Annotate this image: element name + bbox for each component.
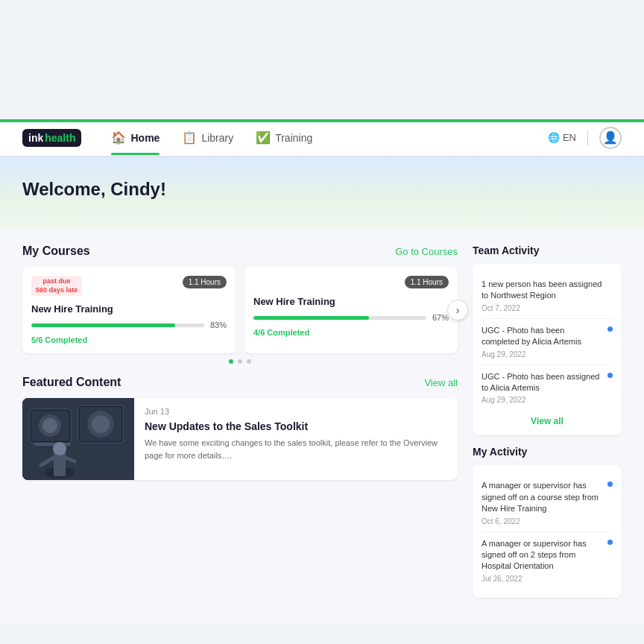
top-spacer <box>0 0 644 119</box>
team-activity-dot-2 <box>607 326 613 332</box>
featured-section-header: Featured Content View all <box>22 376 458 389</box>
nav-item-home[interactable]: 🏠 Home <box>111 120 160 155</box>
lang-label: EN <box>563 132 576 143</box>
hero-greeting: Welcome, Cindy! <box>22 179 622 200</box>
nav-library-label: Library <box>201 132 233 144</box>
dot-1[interactable] <box>229 359 233 364</box>
svg-point-9 <box>92 415 110 433</box>
library-icon: 📋 <box>182 130 197 145</box>
navbar: ink health 🏠 Home 📋 Library ✅ Training 🌐… <box>0 119 644 157</box>
right-column: Team Activity 1 new person has been assi… <box>473 244 622 608</box>
progress-bar-bg-2 <box>253 316 426 320</box>
user-profile-icon[interactable]: 👤 <box>599 127 622 149</box>
featured-description: We have some exciting changes to the sal… <box>145 437 447 461</box>
courses-row: past due 560 days late 1.1 Hours New Hir… <box>22 267 458 353</box>
nav-items: 🏠 Home 📋 Library ✅ Training <box>111 120 547 155</box>
team-activity-item-1: 1 new person has been assigned to Northw… <box>482 273 613 319</box>
featured-image-svg <box>22 398 134 480</box>
team-activity-text-3: UGC - Photo has been assigned to Alicia … <box>482 371 613 394</box>
completed-text-2: 4/6 Completed <box>253 328 449 337</box>
my-activity-date-2: Jul 26, 2022 <box>482 575 613 583</box>
course-title-1: New Hire Training <box>31 303 227 315</box>
svg-point-12 <box>53 442 66 455</box>
team-activity-text-2: UGC - Photo has been completed by Alicia… <box>482 325 613 348</box>
svg-point-4 <box>42 418 57 433</box>
lang-selector[interactable]: 🌐 EN <box>548 132 576 143</box>
my-activity-text-1: A manager or supervisor has signed off o… <box>482 480 613 514</box>
my-activity-dot-2 <box>607 540 613 545</box>
logo-ink: ink <box>28 132 43 144</box>
team-activity-card: 1 new person has been assigned to Northw… <box>473 264 622 435</box>
logo-box: ink health <box>22 129 81 147</box>
progress-row-1: 83% <box>31 321 227 329</box>
team-activity-date-3: Aug 29, 2022 <box>482 396 613 404</box>
team-activity-item-2: UGC - Photo has been completed by Alicia… <box>482 319 613 365</box>
course-card-2-top: 1.1 Hours <box>253 276 449 288</box>
globe-icon: 🌐 <box>548 132 560 143</box>
progress-bar-fill-2 <box>253 316 369 320</box>
courses-title: My Courses <box>22 244 90 258</box>
my-activity-item-1: A manager or supervisor has signed off o… <box>482 474 613 531</box>
hours-badge-2: 1.1 Hours <box>405 276 449 288</box>
course-card-1: past due 560 days late 1.1 Hours New Hir… <box>22 267 236 353</box>
featured-title-label: Featured Content <box>22 376 121 389</box>
training-icon: ✅ <box>256 130 271 145</box>
featured-image-inner <box>22 398 134 480</box>
completed-text-1: 5/6 Completed <box>31 335 227 344</box>
carousel-next-button[interactable]: › <box>447 300 468 321</box>
team-activity-item-3: UGC - Photo has been assigned to Alicia … <box>482 365 613 411</box>
featured-content-text: Jun 13 New Updates to the Sales Toolkit … <box>134 398 458 480</box>
courses-section-header: My Courses Go to Courses <box>22 244 458 258</box>
nav-green-bar <box>0 119 644 122</box>
progress-pct-2: 67% <box>432 313 449 322</box>
past-due-badge: past due 560 days late <box>31 276 82 296</box>
logo-health: health <box>45 132 75 144</box>
logo-area[interactable]: ink health <box>22 129 81 147</box>
featured-view-all-link[interactable]: View all <box>424 377 458 388</box>
team-activity-view-all[interactable]: View all <box>482 416 613 426</box>
nav-right: 🌐 EN 👤 <box>548 127 622 149</box>
course-card-2: 1.1 Hours New Hire Training 67% 4/6 Comp… <box>244 267 458 353</box>
carousel-dots <box>22 359 458 364</box>
my-activity-text-2: A manager or supervisor has signed off o… <box>482 538 613 572</box>
team-activity-date-2: Aug 29, 2022 <box>482 350 613 359</box>
course-card-1-top: past due 560 days late 1.1 Hours <box>31 276 227 296</box>
progress-bar-bg-1 <box>31 323 204 327</box>
team-activity-text-1: 1 new person has been assigned to Northw… <box>482 279 613 302</box>
nav-item-library[interactable]: 📋 Library <box>182 120 233 155</box>
course-title-2: New Hire Training <box>253 296 449 307</box>
go-to-courses-link[interactable]: Go to Courses <box>395 246 458 257</box>
team-activity-dot-3 <box>607 373 613 378</box>
hero-banner: Welcome, Cindy! <box>0 157 644 230</box>
nav-divider <box>587 130 588 145</box>
progress-bar-fill-1 <box>31 323 175 327</box>
dot-3[interactable] <box>247 359 251 364</box>
home-icon: 🏠 <box>111 130 126 145</box>
my-activity-title: My Activity <box>473 446 622 458</box>
my-activity-item-2: A manager or supervisor has signed off o… <box>482 532 613 589</box>
team-activity-date-1: Oct 7, 2022 <box>482 304 613 312</box>
featured-image <box>22 398 134 480</box>
progress-pct-1: 83% <box>210 321 227 329</box>
featured-section: Featured Content View all <box>22 376 458 480</box>
nav-item-training[interactable]: ✅ Training <box>256 120 312 155</box>
featured-card: Jun 13 New Updates to the Sales Toolkit … <box>22 398 458 480</box>
featured-date: Jun 13 <box>145 407 447 416</box>
progress-row-2: 67% <box>253 313 449 322</box>
dot-2[interactable] <box>238 359 242 364</box>
hours-badge-1: 1.1 Hours <box>183 276 227 288</box>
nav-training-label: Training <box>275 132 312 144</box>
team-activity-title: Team Activity <box>473 244 622 256</box>
my-activity-date-1: Oct 6, 2022 <box>482 517 613 525</box>
nav-home-label: Home <box>130 132 160 144</box>
left-column: My Courses Go to Courses past due 560 da… <box>22 244 458 608</box>
my-activity-card: A manager or supervisor has signed off o… <box>473 465 622 597</box>
main-content: My Courses Go to Courses past due 560 da… <box>0 230 644 623</box>
featured-article-title: New Updates to the Sales Toolkit <box>145 420 447 432</box>
